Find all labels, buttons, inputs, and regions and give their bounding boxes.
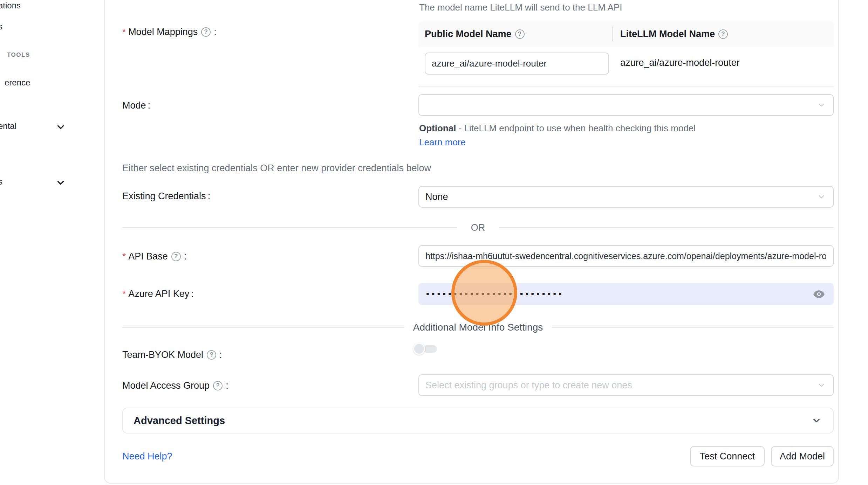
or-divider-text: OR (471, 222, 485, 233)
team-byok-label: Team-BYOK Model (122, 348, 222, 361)
model-access-group-input[interactable] (419, 375, 833, 395)
api-base-input-wrap (418, 245, 834, 267)
add-model-page: ations s TOOLS erence ental s The model … (0, 0, 868, 485)
public-model-name-input-wrap (425, 53, 609, 75)
sidebar-item[interactable]: erence (5, 78, 30, 88)
help-icon[interactable] (718, 29, 728, 39)
sidebar-section-header: TOOLS (7, 51, 30, 58)
sidebar-item[interactable]: ations (0, 1, 21, 11)
api-base-label: API Base (122, 250, 186, 263)
table-bottom-divider (418, 86, 834, 87)
test-connect-button[interactable]: Test Connect (690, 446, 765, 466)
chevron-down-icon (817, 192, 826, 201)
help-icon[interactable] (515, 29, 525, 39)
learn-more-link[interactable]: Learn more (419, 137, 466, 147)
chevron-down-icon (55, 178, 66, 188)
existing-credentials-value: None (419, 192, 454, 202)
masked-password-value: ••••••••••••••••••••••••• (418, 283, 564, 305)
sidebar-item[interactable]: s (0, 22, 2, 32)
chevron-down-icon (55, 122, 66, 132)
azure-api-key-input[interactable]: ••••••••••••••••••••••••• (418, 283, 834, 305)
chevron-down-icon (817, 381, 826, 390)
chevron-down-icon (817, 101, 826, 110)
help-icon[interactable] (201, 27, 211, 37)
sidebar-item[interactable]: ental (0, 121, 16, 131)
or-divider: OR (122, 219, 834, 236)
column-header-public-model-name: Public Model Name (425, 29, 512, 40)
eye-icon[interactable] (813, 288, 825, 300)
model-access-group-select[interactable] (418, 374, 834, 396)
column-header-litellm-model-name: LiteLLM Model Name (620, 29, 715, 40)
sidebar-item[interactable]: s (0, 177, 2, 187)
public-model-name-input[interactable] (425, 58, 608, 69)
required-asterisk (122, 287, 126, 300)
sidebar: ations s TOOLS erence ental s (0, 0, 104, 485)
model-mappings-table-header: Public Model Name LiteLLM Model Name (418, 21, 834, 47)
additional-settings-divider-text: Additional Model Info Settings (413, 322, 543, 333)
additional-settings-divider: Additional Model Info Settings (122, 318, 834, 337)
model-mappings-label: Model Mappings (122, 26, 217, 38)
model-access-group-label: Model Access Group (122, 379, 228, 392)
api-base-input[interactable] (419, 246, 833, 266)
need-help-link[interactable]: Need Help? (122, 451, 172, 462)
help-icon[interactable] (213, 381, 223, 390)
litellm-model-name-value: azure_ai/azure-model-router (620, 57, 740, 68)
advanced-settings-title: Advanced Settings (134, 415, 225, 427)
existing-credentials-label: Existing Credentials (122, 190, 210, 202)
azure-api-key-label: Azure API Key (122, 287, 194, 300)
required-asterisk (122, 26, 126, 38)
mode-select[interactable] (418, 94, 834, 116)
existing-credentials-select[interactable]: None (418, 186, 834, 208)
mode-helper-text: Optional - LiteLLM endpoint to use when … (419, 121, 706, 149)
credentials-note: Either select existing credentials OR en… (122, 163, 431, 174)
help-icon[interactable] (171, 252, 181, 261)
help-icon[interactable] (207, 350, 216, 360)
advanced-settings-panel[interactable]: Advanced Settings (122, 408, 834, 434)
mode-label: Mode (122, 99, 150, 112)
chevron-down-icon (811, 415, 822, 426)
litellm-model-helper-text: The model name LiteLLM will send to the … (419, 2, 622, 13)
column-separator (612, 27, 613, 41)
add-model-button[interactable]: Add Model (771, 446, 834, 466)
required-asterisk (122, 250, 126, 263)
